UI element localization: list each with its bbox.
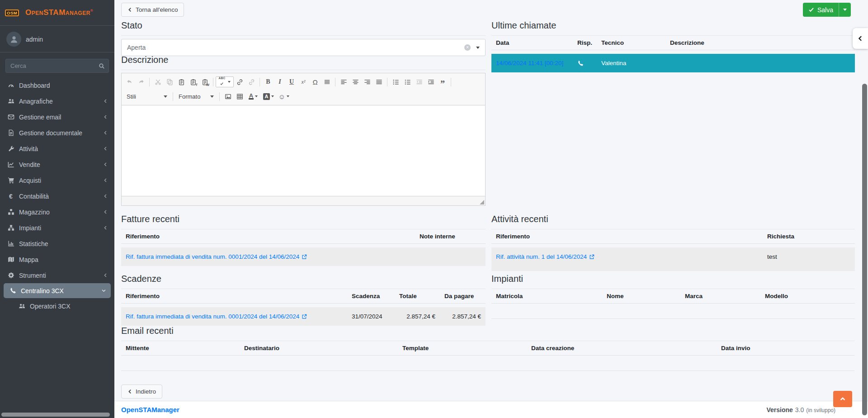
brand-logo[interactable]: OSM OpenSTAManager® bbox=[0, 0, 114, 26]
indent-button[interactable] bbox=[425, 76, 437, 87]
align-center-button[interactable] bbox=[349, 76, 361, 87]
version-number: 3.0 bbox=[795, 406, 804, 413]
sidebar-item-dashboard[interactable]: Dashboard bbox=[0, 77, 114, 93]
panel-collapse-button[interactable] bbox=[853, 28, 868, 49]
styles-dropdown[interactable]: Stili bbox=[123, 91, 170, 102]
align-right-button[interactable] bbox=[361, 76, 373, 87]
caret-down-icon bbox=[255, 95, 258, 97]
outdent-button[interactable] bbox=[413, 76, 425, 87]
sidebar-item-gestione-email[interactable]: Gestione email bbox=[0, 109, 114, 125]
insert-table-button[interactable] bbox=[234, 91, 245, 102]
caret-down-icon bbox=[271, 95, 274, 97]
link-button[interactable] bbox=[234, 76, 245, 87]
sidebar-item-contabilita[interactable]: € Contabilità bbox=[0, 188, 114, 204]
sidebar-item-label: Magazzino bbox=[19, 209, 50, 216]
special-char-button[interactable]: Ω bbox=[309, 76, 321, 87]
sidebar-search bbox=[5, 59, 109, 73]
search-button[interactable] bbox=[94, 59, 109, 73]
clear-selection-icon[interactable]: × bbox=[464, 44, 471, 51]
chart-line-icon bbox=[6, 161, 15, 168]
sidebar-item-mappa[interactable]: Mappa bbox=[0, 252, 114, 267]
footer-brand-link[interactable]: OpenSTAManager bbox=[121, 406, 179, 413]
blockquote-button[interactable]: ” bbox=[437, 76, 448, 87]
sidebar-item-magazzino[interactable]: Magazzino bbox=[0, 204, 114, 220]
column-header: Nome bbox=[602, 289, 680, 304]
sidebar-item-acquisti[interactable]: Acquisti bbox=[0, 172, 114, 188]
sidebar-item-label: Anagrafiche bbox=[19, 98, 53, 105]
background-color-button[interactable]: A bbox=[261, 91, 276, 102]
document-icon bbox=[6, 129, 15, 136]
format-dropdown-label: Formato bbox=[179, 93, 200, 100]
undo-button[interactable] bbox=[123, 76, 135, 87]
search-input[interactable] bbox=[5, 59, 94, 73]
insert-image-button[interactable] bbox=[222, 91, 234, 102]
sidebar-item-gestione-documentale[interactable]: Gestione documentale bbox=[0, 125, 114, 141]
main-content: Torna all'elenco Salva Stato Aperta × De… bbox=[114, 0, 868, 418]
image-icon bbox=[225, 93, 231, 100]
attivita-link[interactable]: Rif. attività num. 1 del 14/06/2024 bbox=[496, 253, 594, 260]
sidebar-item-vendite[interactable]: Vendite bbox=[0, 157, 114, 172]
paste-as-text-button[interactable]: T bbox=[187, 76, 199, 87]
call-date-link[interactable]: 14/06/2024 11:41 [00:20] bbox=[496, 60, 563, 66]
cut-button[interactable] bbox=[152, 76, 164, 87]
editor-content-area[interactable] bbox=[122, 105, 485, 196]
sidebar-item-operatori-3cx[interactable]: Operatori 3CX bbox=[0, 298, 114, 314]
column-header: Tecnico bbox=[597, 36, 665, 50]
justify-button[interactable] bbox=[373, 76, 385, 87]
descrizione-heading: Descrizione bbox=[121, 52, 486, 70]
user-panel[interactable]: admin bbox=[0, 26, 114, 52]
column-header: Richiesta bbox=[763, 229, 855, 244]
note-interne-cell bbox=[415, 244, 486, 266]
sidebar-item-attivita[interactable]: Attività bbox=[0, 141, 114, 157]
column-header: Riferimento bbox=[491, 229, 763, 244]
text-color-button[interactable]: A bbox=[245, 91, 261, 102]
copy-icon bbox=[166, 79, 173, 86]
scadenze-section: Scadenze Riferimento Scadenza Totale Da … bbox=[121, 271, 486, 326]
smiley-button[interactable]: ☺ bbox=[276, 91, 292, 102]
scadenza-link[interactable]: Rif. fattura immediata di vendita num. 0… bbox=[126, 313, 307, 320]
text-color-icon: A bbox=[249, 93, 254, 100]
underline-button[interactable]: U bbox=[286, 76, 297, 87]
unlink-button[interactable] bbox=[245, 76, 257, 87]
sidebar-item-anagrafiche[interactable]: Anagrafiche bbox=[0, 93, 114, 109]
chevron-down-icon bbox=[101, 288, 106, 293]
blockquote-icon: ” bbox=[440, 78, 445, 86]
spellcheck-button[interactable]: ABC bbox=[216, 76, 234, 87]
copy-button[interactable] bbox=[164, 76, 175, 87]
email-recenti-table: Mittente Destinatario Template Data crea… bbox=[121, 341, 854, 356]
paste-from-word-button[interactable]: W bbox=[199, 76, 211, 87]
phone-icon bbox=[8, 287, 17, 294]
save-button[interactable]: Salva bbox=[803, 6, 839, 14]
back-to-list-button[interactable]: Torna all'elenco bbox=[121, 3, 184, 17]
sidebar-horizontal-scrollbar[interactable] bbox=[1, 413, 110, 417]
caret-down-icon bbox=[476, 47, 480, 49]
format-dropdown[interactable]: Formato bbox=[175, 91, 217, 102]
superscript-button[interactable]: x² bbox=[297, 76, 309, 87]
column-header: Data creazione bbox=[527, 341, 717, 356]
align-left-button[interactable] bbox=[338, 76, 349, 87]
shopping-cart-icon bbox=[6, 177, 15, 184]
sidebar-item-centralino-3cx[interactable]: Centralino 3CX bbox=[4, 283, 111, 298]
sidebar-item-impianti[interactable]: Impianti bbox=[0, 220, 114, 236]
paste-button[interactable] bbox=[175, 76, 187, 87]
sidebar-item-statistiche[interactable]: Statistiche bbox=[0, 236, 114, 252]
align-right-icon bbox=[364, 79, 371, 86]
table-row: Rif. attività num. 1 del 14/06/2024 test bbox=[491, 244, 855, 271]
fattura-link[interactable]: Rif. fattura immediata di vendita num. 0… bbox=[126, 253, 307, 260]
bullet-list-button[interactable] bbox=[401, 76, 413, 87]
sidebar-item-strumenti[interactable]: Strumenti bbox=[0, 267, 114, 283]
horizontal-rule-button[interactable] bbox=[321, 76, 333, 87]
vertical-scrollbar[interactable] bbox=[862, 84, 867, 415]
spellcheck-abc-label: ABC bbox=[219, 76, 226, 80]
bold-button[interactable]: B bbox=[262, 76, 274, 87]
scroll-to-top-button[interactable] bbox=[833, 391, 852, 407]
indietro-button[interactable]: Indietro bbox=[121, 385, 162, 399]
attivita-recenti-table: Riferimento Richiesta Rif. attività num.… bbox=[491, 229, 855, 271]
redo-button[interactable] bbox=[135, 76, 147, 87]
avatar bbox=[6, 32, 21, 47]
italic-button[interactable]: I bbox=[274, 76, 286, 87]
ordered-list-button[interactable] bbox=[390, 76, 401, 87]
impianti-section: Impianti Matricola Nome Marca Modello bbox=[491, 271, 855, 319]
resize-handle[interactable] bbox=[480, 200, 484, 204]
save-dropdown-toggle[interactable] bbox=[839, 3, 851, 17]
